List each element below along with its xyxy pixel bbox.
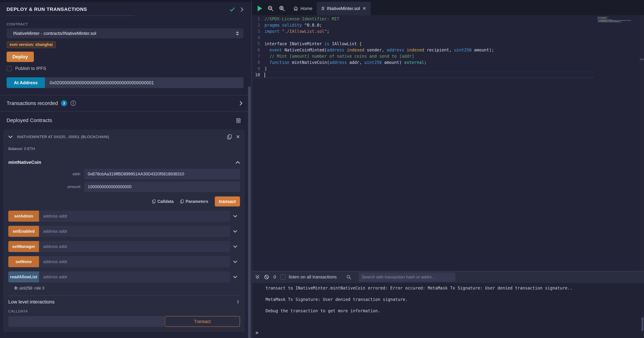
panel-editor-divider[interactable] <box>252 0 252 338</box>
publish-ipfs-checkbox[interactable] <box>6 66 12 71</box>
terminal-log: transact to INativeMinter.mintNativeCoin… <box>252 283 644 314</box>
deployed-contract-card: INATIVEMINTER AT 0X020...00001 (BLOCKCHA… <box>4 130 245 332</box>
parameters-copy-label: Parameters <box>186 199 208 204</box>
contract-select[interactable]: INativeMinter - contracts/INativeMinter.… <box>6 28 244 38</box>
transactions-recorded-label: Transactions recorded <box>6 100 58 106</box>
line-number: 9 <box>252 66 264 71</box>
editor-tabbar: Home S INativeMinter.sol ✕ <box>252 0 644 15</box>
tab-inativeminter-label: INativeMinter.sol <box>327 6 360 11</box>
close-icon[interactable]: ✕ <box>362 6 366 11</box>
close-icon[interactable]: ✕ <box>236 134 240 140</box>
publish-ipfs-row: Publish to IPFS <box>6 66 244 71</box>
chevron-down-icon[interactable] <box>230 241 240 252</box>
transactions-recorded-row[interactable]: Transactions recorded 2 <box>6 95 244 111</box>
setenabled-button[interactable]: setEnabled <box>8 226 39 237</box>
code-line[interactable]: 7 // Mint [amount] number of native coin… <box>252 53 644 60</box>
contract-label: CONTRACT <box>6 22 244 26</box>
zoom-out-icon[interactable] <box>268 6 274 12</box>
chevron-right-icon[interactable] <box>241 7 244 12</box>
line-content: // Mint [amount] number of native coins … <box>264 54 414 59</box>
code-line[interactable]: 5interface INativeMinter is IAllowList { <box>252 41 644 47</box>
chevron-right-icon[interactable] <box>240 101 242 106</box>
clear-console-icon[interactable] <box>264 275 269 280</box>
code-line[interactable]: 10 <box>252 72 594 78</box>
code-line[interactable]: 4 <box>252 34 644 41</box>
terminal-prompt[interactable]: > <box>256 330 258 336</box>
terminal-count: 0 <box>274 274 276 280</box>
line-number: 2 <box>252 23 264 28</box>
chevron-down-icon[interactable] <box>230 256 240 267</box>
panel-scrollbar[interactable] <box>248 86 251 338</box>
zoom-in-icon[interactable] <box>279 6 285 12</box>
code-line[interactable]: 1//SPDX-License-Identifier: MIT <box>252 16 644 22</box>
terminal-scrollbar-thumb[interactable] <box>642 317 643 331</box>
line-content: //SPDX-License-Identifier: MIT <box>264 16 339 22</box>
chevron-up-icon[interactable] <box>236 161 240 164</box>
addr-field-label: addr: <box>8 172 84 176</box>
tab-home[interactable]: Home <box>289 2 317 15</box>
code-line[interactable]: 6 event NativeCoinMinted(address indexed… <box>252 47 644 53</box>
line-number: 8 <box>252 60 264 65</box>
code-line[interactable]: 8 function mintNativeCoin(address addr, … <box>252 60 644 66</box>
at-address-button[interactable]: At Address <box>6 77 45 88</box>
setadmin-button[interactable]: setAdmin <box>8 210 39 222</box>
at-address-row: At Address 0x020000000000000000000000000… <box>6 77 244 88</box>
chevron-down-icon[interactable] <box>230 226 240 237</box>
contract-select-value: INativeMinter - contracts/INativeMinter.… <box>13 31 236 36</box>
line-content: import "./IAllowList.sol"; <box>264 29 330 34</box>
terminal-search-input[interactable] <box>359 272 456 282</box>
calldata-copy-button[interactable]: Calldata <box>152 199 174 204</box>
setenabled-input[interactable] <box>39 226 230 237</box>
tab-inativeminter[interactable]: S INativeMinter.sol ✕ <box>317 2 370 15</box>
addr-field-input[interactable] <box>84 169 240 179</box>
transact-button[interactable]: transact <box>215 196 240 206</box>
terminal: 0 listen on all transactions transact to… <box>252 271 644 338</box>
code-line[interactable]: 9} <box>252 66 644 72</box>
deployed-contracts-title: Deployed Contracts <box>6 118 52 123</box>
code-editor[interactable]: 1//SPDX-License-Identifier: MIT2pragma s… <box>252 15 644 271</box>
chevron-down-icon[interactable] <box>230 271 240 282</box>
expand-terminal-icon[interactable] <box>255 275 260 280</box>
low-level-transact-button[interactable]: Transact <box>165 316 240 327</box>
setnone-input[interactable] <box>39 256 230 267</box>
run-script-icon[interactable] <box>258 6 262 12</box>
editor-scrollbar[interactable] <box>640 15 644 271</box>
deploy-button[interactable]: Deploy <box>6 52 34 62</box>
code-line[interactable]: 2pragma solidity ^0.8.0; <box>252 22 644 28</box>
setadmin-input[interactable] <box>39 210 230 222</box>
readallowlist-button[interactable]: readAllowList <box>8 271 39 282</box>
amount-field-label: amount: <box>8 184 84 189</box>
line-number: 6 <box>252 48 264 52</box>
code-line[interactable]: 3import "./IAllowList.sol"; <box>252 28 644 34</box>
editor-scrollbar-thumb[interactable] <box>640 59 644 60</box>
trash-icon[interactable] <box>236 118 241 123</box>
line-content <box>264 72 265 78</box>
function-row-readallowlist: readAllowList <box>8 271 240 282</box>
chevron-down-icon[interactable] <box>230 210 240 222</box>
transactions-count-badge: 2 <box>61 100 67 106</box>
line-content: function mintNativeCoin(address addr, ui… <box>264 60 427 65</box>
parameters-copy-button[interactable]: Parameters <box>180 199 208 204</box>
copy-icon[interactable] <box>227 134 232 140</box>
publish-ipfs-label: Publish to IPFS <box>15 66 46 71</box>
line-number: 7 <box>252 54 264 59</box>
setmanager-button[interactable]: setManager <box>8 241 39 252</box>
setmanager-input[interactable] <box>39 241 230 252</box>
terminal-body[interactable]: transact to INativeMinter.mintNativeCoin… <box>252 283 644 338</box>
evm-version-badge: evm version: shanghai <box>6 41 56 48</box>
minimap[interactable] <box>598 17 638 24</box>
main-area: Home S INativeMinter.sol ✕ 1//SPDX-Licen… <box>252 0 644 338</box>
setnone-button[interactable]: setNone <box>8 256 39 267</box>
amount-field-input[interactable] <box>84 182 240 192</box>
info-icon: i <box>238 299 240 304</box>
calldata-input[interactable] <box>8 316 164 327</box>
function-name-mintnativecoin[interactable]: mintNativeCoin <box>8 160 41 165</box>
code-lines: 1//SPDX-License-Identifier: MIT2pragma s… <box>252 15 644 78</box>
at-address-input[interactable]: 0x02000000000000000000000000000000000000… <box>45 77 244 88</box>
function-row-setenabled: setEnabled <box>8 226 240 237</box>
line-content: } <box>264 66 267 71</box>
search-icon <box>346 275 351 280</box>
readallowlist-input[interactable] <box>39 271 230 282</box>
chevron-down-icon[interactable] <box>8 136 13 138</box>
listen-transactions-checkbox[interactable] <box>280 274 286 280</box>
